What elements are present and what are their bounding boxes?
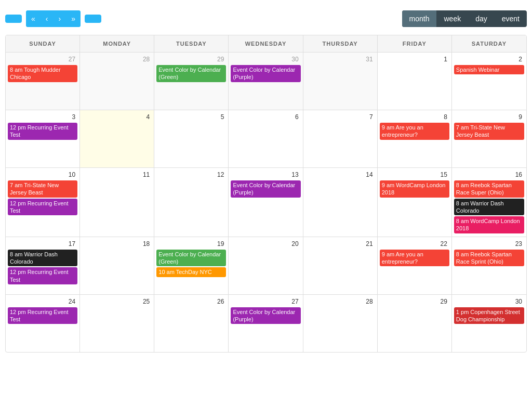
day-number: 15 — [380, 170, 449, 180]
calendar-event[interactable]: Event Color by Calendar (Purple) — [231, 307, 300, 324]
nav-prev-button[interactable]: ‹ — [41, 10, 54, 27]
nav-next-button[interactable]: › — [53, 10, 66, 27]
day-cell[interactable]: 312 pm Recurring Event Test — [6, 110, 80, 167]
day-cell[interactable]: 6 — [229, 110, 303, 167]
day-cell[interactable]: 29Event Color by Calendar (Green) — [154, 53, 229, 110]
calendar-event[interactable]: 8 am Tough Mudder Chicago — [8, 65, 77, 82]
day-number: 20 — [231, 239, 300, 250]
week-row-2: 107 am Tri-State New Jersey Beast12 pm R… — [6, 168, 526, 237]
view-month-button[interactable]: month — [402, 10, 437, 27]
day-cell[interactable]: 238 am Reebok Spartan Race Sprint (Ohio) — [452, 237, 526, 294]
nav-last-button[interactable]: » — [66, 10, 81, 27]
day-number: 21 — [305, 239, 375, 250]
day-cell[interactable]: 97 am Tri-State New Jersey Beast — [452, 110, 526, 167]
day-cell[interactable]: 13Event Color by Calendar (Purple) — [229, 168, 303, 237]
day-cell[interactable]: 7 — [303, 110, 378, 167]
calendar-event[interactable]: 8 am WordCamp London 2018 — [454, 216, 524, 233]
day-cell[interactable]: 29 — [378, 295, 452, 352]
view-week-button[interactable]: week — [436, 10, 468, 27]
day-cell[interactable]: 28 — [80, 53, 154, 110]
calendar-event[interactable]: 10 am TechDay NYC — [156, 267, 226, 277]
day-cell[interactable]: 14 — [303, 168, 378, 237]
view-event-button[interactable]: event — [495, 10, 527, 27]
calendar-event[interactable]: 8 am Warrior Dash Colorado — [8, 250, 77, 267]
calendar-event[interactable]: 12 pm Recurring Event Test — [8, 199, 77, 216]
day-number: 29 — [380, 297, 449, 307]
day-number: 27 — [8, 55, 77, 65]
week-row-3: 178 am Warrior Dash Colorado12 pm Recurr… — [6, 237, 526, 295]
day-number: 24 — [8, 297, 77, 307]
calendar-event[interactable]: 9 am Are you an entrepreneur? — [380, 250, 449, 267]
day-cell[interactable]: 28 — [303, 295, 378, 352]
day-cell[interactable]: 1 — [378, 53, 452, 110]
day-number: 8 — [380, 112, 449, 123]
weeks-container: 278 am Tough Mudder Chicago2829Event Col… — [6, 53, 526, 352]
day-number: 25 — [82, 297, 152, 307]
day-cell[interactable]: 25 — [80, 295, 154, 352]
day-number: 7 — [305, 112, 375, 123]
calendar-event[interactable]: 12 pm Recurring Event Test — [8, 123, 77, 140]
day-header-friday: FRIDAY — [378, 35, 452, 52]
day-cell[interactable]: 26 — [154, 295, 229, 352]
day-cell[interactable]: 20 — [229, 237, 303, 294]
day-cell[interactable]: 31 — [303, 53, 378, 110]
calendar-event[interactable]: Event Color by Calendar (Green) — [156, 250, 226, 267]
day-cell[interactable]: 11 — [80, 168, 154, 237]
day-number: 3 — [8, 112, 77, 123]
day-cell[interactable]: 12 — [154, 168, 229, 237]
calendar-event[interactable]: 9 am Are you an entrepreneur? — [380, 123, 449, 140]
day-cell[interactable]: 159 am WordCamp London 2018 — [378, 168, 452, 237]
calendar-event[interactable]: Event Color by Calendar (Purple) — [231, 180, 300, 198]
calendar-event[interactable]: Spanish Webinar — [454, 65, 524, 74]
day-number: 30 — [454, 297, 524, 307]
day-header-thursday: THURSDAY — [303, 35, 378, 52]
nav-first-button[interactable]: « — [26, 10, 41, 27]
calendar-event[interactable]: 8 am Warrior Dash Colorado — [454, 199, 524, 216]
calendar-event[interactable]: 7 am Tri-State New Jersey Beast — [8, 180, 77, 198]
calendar-event[interactable]: Event Color by Calendar (Green) — [156, 65, 226, 82]
day-cell[interactable]: 21 — [303, 237, 378, 294]
day-cell[interactable]: 168 am Reebok Spartan Race Super (Ohio)8… — [452, 168, 526, 237]
day-cell[interactable]: 19Event Color by Calendar (Green)10 am T… — [154, 237, 229, 294]
calendar-event[interactable]: 8 am Reebok Spartan Race Sprint (Ohio) — [454, 250, 524, 267]
calendar-button[interactable] — [5, 15, 22, 23]
day-cell[interactable]: 18 — [80, 237, 154, 294]
calendar-event[interactable]: 12 pm Recurring Event Test — [8, 267, 77, 284]
day-number: 5 — [156, 112, 226, 123]
day-number: 28 — [305, 297, 375, 307]
week-row-4: 2412 pm Recurring Event Test252627Event … — [6, 295, 526, 352]
calendar-event[interactable]: Event Color by Calendar (Purple) — [231, 65, 300, 82]
day-cell[interactable]: 89 am Are you an entrepreneur? — [378, 110, 452, 167]
day-header-tuesday: TUESDAY — [154, 35, 229, 52]
calendar-event[interactable]: 7 am Tri-State New Jersey Beast — [454, 123, 524, 140]
day-number: 2 — [454, 55, 524, 65]
day-cell[interactable]: 30Event Color by Calendar (Purple) — [229, 53, 303, 110]
calendar-event[interactable]: 1 pm Copenhagen Street Dog Championship — [454, 307, 524, 324]
day-cell[interactable]: 301 pm Copenhagen Street Dog Championshi… — [452, 295, 526, 352]
calendar-event[interactable]: 8 am Reebok Spartan Race Super (Ohio) — [454, 180, 524, 198]
header-left: « ‹ › » — [5, 10, 101, 27]
day-cell[interactable]: 107 am Tri-State New Jersey Beast12 pm R… — [6, 168, 80, 237]
day-cell[interactable]: 5 — [154, 110, 229, 167]
day-header-sunday: SUNDAY — [6, 35, 80, 52]
day-number: 13 — [231, 170, 300, 180]
day-cell[interactable]: 178 am Warrior Dash Colorado12 pm Recurr… — [6, 237, 80, 294]
day-number: 27 — [231, 297, 300, 307]
today-button[interactable] — [85, 15, 101, 23]
day-number: 29 — [156, 55, 226, 65]
day-number: 18 — [82, 239, 152, 250]
day-cell[interactable]: 4 — [80, 110, 154, 167]
day-cell[interactable]: 2412 pm Recurring Event Test — [6, 295, 80, 352]
calendar-event[interactable]: 9 am WordCamp London 2018 — [380, 180, 449, 198]
day-number: 16 — [454, 170, 524, 180]
day-cell[interactable]: 2Spanish Webinar — [452, 53, 526, 110]
day-cell[interactable]: 278 am Tough Mudder Chicago — [6, 53, 80, 110]
day-cell[interactable]: 229 am Are you an entrepreneur? — [378, 237, 452, 294]
day-cell[interactable]: 27Event Color by Calendar (Purple) — [229, 295, 303, 352]
view-day-button[interactable]: day — [468, 10, 495, 27]
day-header-wednesday: WEDNESDAY — [229, 35, 303, 52]
week-row-1: 312 pm Recurring Event Test456789 am Are… — [6, 110, 526, 168]
calendar-container: « ‹ › » month week day event SUNDAYMONDA… — [0, 0, 532, 358]
day-number: 28 — [82, 55, 152, 65]
calendar-event[interactable]: 12 pm Recurring Event Test — [8, 307, 77, 324]
